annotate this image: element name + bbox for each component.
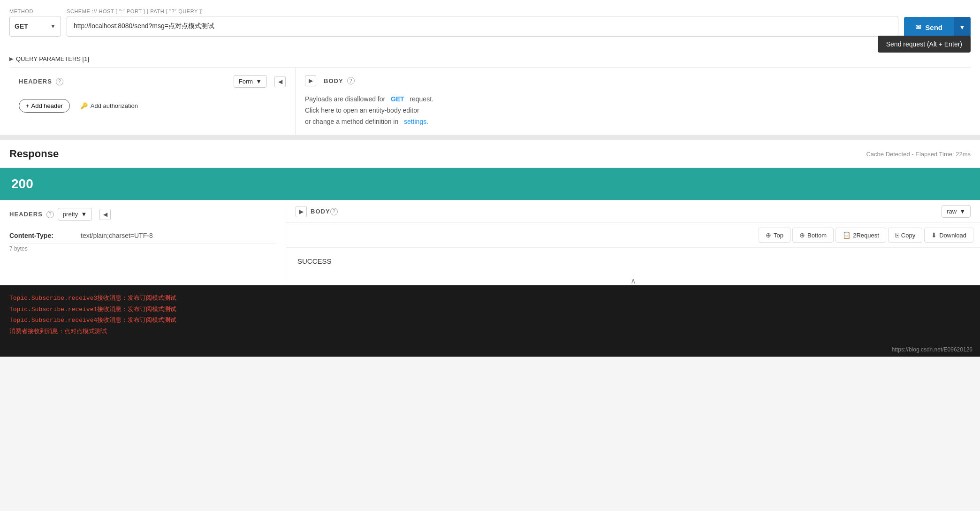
headers-help-icon[interactable]: ? xyxy=(56,78,63,85)
body-settings-link[interactable]: settings. xyxy=(404,118,428,125)
raw-select[interactable]: raw ▼ xyxy=(942,205,971,218)
request-headers-header: HEADERS ? Form ▼ ◀ xyxy=(19,75,286,88)
response-headers-collapse-button[interactable]: ◀ xyxy=(99,209,111,220)
bytes-info: 7 bytes xyxy=(9,244,276,254)
lock-icon: 🔑 xyxy=(80,102,88,109)
pretty-label: pretty xyxy=(63,211,78,218)
response-section: Response Cache Detected - Elapsed Time: … xyxy=(0,140,980,285)
copy-icon: ⎘ xyxy=(895,231,899,239)
download-label: Download xyxy=(939,232,966,239)
copy-button[interactable]: ⎘ Copy xyxy=(888,228,922,243)
response-headers-header: HEADERS ? pretty ▼ ◀ xyxy=(9,208,276,221)
response-body-header: ▶ BODY ? raw ▼ xyxy=(286,200,980,223)
download-button[interactable]: ⬇ Download xyxy=(924,228,973,243)
form-chevron-icon: ▼ xyxy=(256,78,262,85)
response-body-title: BODY xyxy=(311,208,330,215)
url-input[interactable] xyxy=(67,16,898,37)
send-icon: ✉ xyxy=(915,23,921,31)
response-title: Response xyxy=(9,148,59,160)
method-chevron-icon: ▼ xyxy=(50,23,56,30)
query-params-row[interactable]: ▶ QUERY PARAMETERS [1] xyxy=(9,51,971,67)
status-bar: 200 xyxy=(0,168,980,200)
request-headers-title: HEADERS xyxy=(19,78,52,85)
status-code: 200 xyxy=(11,176,33,191)
top-label: Top xyxy=(774,232,783,239)
response-body-text: SUCCESS xyxy=(297,257,332,265)
response-header-bar: Response Cache Detected - Elapsed Time: … xyxy=(0,140,980,168)
console-line: Topic.Subscribe.receive1接收消息：发布订阅模式测试 xyxy=(9,304,971,315)
bottom-icon: ⊕ xyxy=(799,231,805,239)
body-msg-1: Payloads are disallowed for xyxy=(305,95,385,103)
add-auth-label: Add authorization xyxy=(91,102,138,109)
pretty-select[interactable]: pretty ▼ xyxy=(58,208,92,221)
response-headers-body-row: HEADERS ? pretty ▼ ◀ Content-Type: text/… xyxy=(0,200,980,285)
url-length-info: length: 38 chars, 94 bytes xyxy=(9,40,971,51)
url-label: SCHEME :// HOST [ ":" PORT ] [ PATH [ "?… xyxy=(67,8,898,14)
add-authorization-button[interactable]: 🔑 Add authorization xyxy=(75,99,144,112)
add-header-plus-icon: + xyxy=(26,102,30,109)
pretty-chevron-icon: ▼ xyxy=(81,211,87,218)
content-type-val: text/plain;charset=UTF-8 xyxy=(81,232,153,239)
request-body-header: ▶ BODY ? xyxy=(305,75,961,86)
console-line: 消费者接收到消息：点对点模式测试 xyxy=(9,326,971,337)
bottom-button[interactable]: ⊕ Bottom xyxy=(792,228,834,243)
content-type-key: Content-Type: xyxy=(9,232,75,239)
query-params-chevron-icon: ▶ xyxy=(9,56,13,62)
request-body-panel: ▶ BODY ? Payloads are disallowed for GET… xyxy=(296,68,971,135)
body-msg-2[interactable]: Click here to open an entity-body editor xyxy=(305,105,961,116)
response-headers-panel: HEADERS ? pretty ▼ ◀ Content-Type: text/… xyxy=(0,200,286,285)
copy-label: Copy xyxy=(901,232,915,239)
top-button[interactable]: ⊕ Top xyxy=(759,228,790,243)
csdn-watermark: https://blog.csdn.net/E09620126 xyxy=(0,344,980,357)
body-expand-button[interactable]: ▶ xyxy=(305,75,316,86)
cache-info: Cache Detected - Elapsed Time: 22ms xyxy=(866,151,971,158)
send-label: Send xyxy=(925,23,942,31)
request-headers-actions: + Add header 🔑 Add authorization xyxy=(19,95,286,116)
response-body-expand-button[interactable]: ▶ xyxy=(296,206,307,217)
send-dropdown-button[interactable]: ▼ xyxy=(954,17,971,38)
form-select[interactable]: Form ▼ xyxy=(234,75,267,88)
console-area: Topic.Subscribe.receive3接收消息：发布订阅模式测试Top… xyxy=(0,285,980,344)
raw-label: raw xyxy=(947,208,957,215)
bottom-label: Bottom xyxy=(807,232,827,239)
add-header-label: Add header xyxy=(31,102,63,109)
form-label: Form xyxy=(239,78,253,85)
body-msg-1b: request. xyxy=(410,95,433,103)
response-body-toolbar: ⊕ Top ⊕ Bottom 📋 2Request ⎘ Copy ⬇ Do xyxy=(286,223,980,248)
pretty-select-wrapper: pretty ▼ xyxy=(58,208,92,221)
body-get-link[interactable]: GET xyxy=(391,95,404,103)
top-icon: ⊕ xyxy=(766,231,771,239)
method-select[interactable]: GET ▼ xyxy=(9,16,61,37)
request-body-message: Payloads are disallowed for GET request.… xyxy=(305,94,961,127)
console-line: Topic.Subscribe.receive3接收消息：发布订阅模式测试 xyxy=(9,293,971,304)
method-value: GET xyxy=(15,23,46,30)
send-tooltip: Send request (Alt + Enter) xyxy=(878,36,971,53)
download-icon: ⬇ xyxy=(931,231,937,239)
response-body-content: SUCCESS ∧ xyxy=(286,248,980,285)
section-divider xyxy=(0,135,980,140)
2request-label: 2Request xyxy=(853,232,879,239)
request-headers-body-row: HEADERS ? Form ▼ ◀ + Add header 🔑 Add au… xyxy=(9,67,971,135)
body-msg-3: or change a method definition in xyxy=(305,118,398,125)
to-request-button[interactable]: 📋 2Request xyxy=(836,228,886,243)
request-headers-panel: HEADERS ? Form ▼ ◀ + Add header 🔑 Add au… xyxy=(9,68,296,135)
response-headers-help-icon[interactable]: ? xyxy=(46,211,54,218)
request-body-title: BODY xyxy=(324,77,343,84)
headers-collapse-button[interactable]: ◀ xyxy=(274,76,286,87)
method-label: METHOD xyxy=(9,8,61,14)
add-header-button[interactable]: + Add header xyxy=(19,99,70,113)
method-group: METHOD GET ▼ xyxy=(9,8,61,37)
response-body-help-icon[interactable]: ? xyxy=(330,208,338,215)
content-type-row: Content-Type: text/plain;charset=UTF-8 xyxy=(9,228,276,244)
scroll-up-button[interactable]: ∧ xyxy=(631,276,636,285)
request-section: METHOD GET ▼ SCHEME :// HOST [ ":" PORT … xyxy=(0,0,980,135)
send-group: ✉ Send ▼ Send request (Alt + Enter) xyxy=(904,8,971,38)
body-help-icon[interactable]: ? xyxy=(347,77,355,84)
send-arrow-icon: ▼ xyxy=(959,24,965,31)
request-icon: 📋 xyxy=(843,231,851,239)
url-group: SCHEME :// HOST [ ":" PORT ] [ PATH [ "?… xyxy=(67,8,898,37)
query-params-label: QUERY PARAMETERS [1] xyxy=(16,55,89,62)
response-body-panel: ▶ BODY ? raw ▼ ⊕ Top ⊕ Bottom xyxy=(286,200,980,285)
send-button[interactable]: ✉ Send xyxy=(904,17,954,38)
raw-chevron-icon: ▼ xyxy=(959,208,965,215)
